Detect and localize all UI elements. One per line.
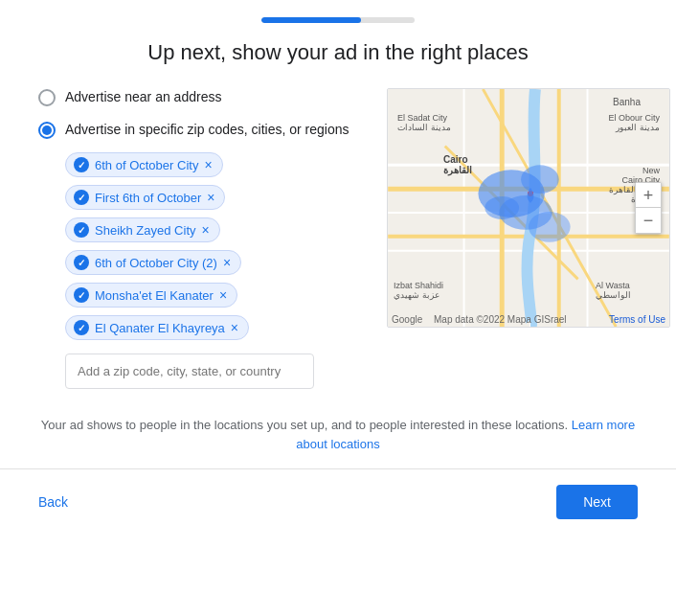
map-zoom-controls: + − [635, 182, 662, 234]
map-data-label: Map data ©2022 Mapa GISrael [434, 314, 567, 325]
chip-close-0[interactable]: × [204, 158, 212, 171]
map-label-sadat: El Sadat Cityمدينة السادات [397, 113, 451, 132]
back-button[interactable]: Back [38, 487, 68, 517]
next-button[interactable]: Next [556, 485, 638, 519]
progress-bar-container [0, 0, 676, 33]
chip-close-1[interactable]: × [207, 191, 214, 204]
svg-point-14 [521, 165, 559, 194]
chip-close-2[interactable]: × [202, 223, 210, 237]
map-terms-link[interactable]: Terms of Use [609, 314, 665, 325]
location-search-input[interactable] [65, 354, 314, 389]
right-panel: Banha El Sadat Cityمدينة السادات El Obou… [387, 88, 670, 389]
chip-check-4 [74, 287, 89, 303]
chip-text-5: El Qanater El Khayreya [95, 321, 225, 335]
svg-point-17 [484, 196, 519, 219]
svg-point-16 [529, 212, 571, 242]
chip-check-2 [74, 222, 89, 238]
info-text-container: Your ad shows to people in the locations… [38, 416, 638, 453]
chip-text-2: Sheikh Zayed City [95, 223, 196, 238]
radio-specific-locations[interactable]: Advertise in specific zip codes, cities,… [38, 121, 364, 140]
info-text-main: Your ad shows to people in the locations… [41, 418, 568, 432]
chip-text-0: 6th of October City [95, 158, 198, 172]
map-label-cairo: Cairoالقاهرة [443, 154, 472, 175]
chip-text-3: 6th of October City (2) [95, 256, 217, 270]
chip-close-3[interactable]: × [223, 256, 231, 269]
chip-check-1 [74, 190, 89, 205]
left-panel: Advertise near an address Advertise in s… [38, 88, 364, 389]
chip-close-5[interactable]: × [231, 321, 238, 334]
chip-0: 6th of October City × [65, 152, 223, 177]
chip-check-3 [74, 255, 89, 270]
radio-label-near-address: Advertise near an address [65, 88, 221, 107]
map-attribution: Google [392, 314, 422, 325]
radio-near-address[interactable]: Advertise near an address [38, 88, 364, 107]
chip-check-5 [74, 320, 89, 335]
chip-text-1: First 6th of October [95, 191, 201, 205]
progress-bar-track [261, 17, 415, 23]
chip-2: Sheikh Zayed City × [65, 217, 220, 242]
chip-4: Monsha'et El Kanater × [65, 283, 237, 308]
map-container: Banha El Sadat Cityمدينة السادات El Obou… [387, 88, 670, 328]
map-label-banha: Banha [613, 97, 641, 107]
chip-check-0 [74, 157, 89, 172]
map-label-wasta: Al Wastaالواسطي [596, 281, 631, 300]
chip-1: First 6th of October × [65, 185, 225, 210]
chip-text-4: Monsha'et El Kanater [95, 288, 214, 303]
footer-divider [0, 468, 676, 469]
chip-3: 6th of October City (2) × [65, 250, 241, 275]
chips-area: 6th of October City × First 6th of Octob… [65, 152, 364, 340]
chip-close-4[interactable]: × [219, 288, 227, 302]
map-label-izbat: Izbat Shahidiعزبة شهيدي [394, 281, 443, 300]
page-title: Up next, show your ad in the right place… [0, 40, 676, 65]
radio-circle-specific-locations [38, 122, 56, 139]
map-zoom-in-button[interactable]: + [636, 183, 661, 208]
map-zoom-out-button[interactable]: − [636, 208, 661, 233]
footer: Back Next [0, 485, 676, 538]
progress-bar-fill [261, 17, 361, 23]
map-label-obour: El Obour Cityمدينة العبور [608, 113, 660, 132]
main-content: Advertise near an address Advertise in s… [0, 88, 676, 389]
radio-label-specific-locations: Advertise in specific zip codes, cities,… [65, 121, 349, 140]
chip-5: El Qanater El Khayreya × [65, 315, 249, 340]
radio-circle-near-address [38, 89, 56, 106]
